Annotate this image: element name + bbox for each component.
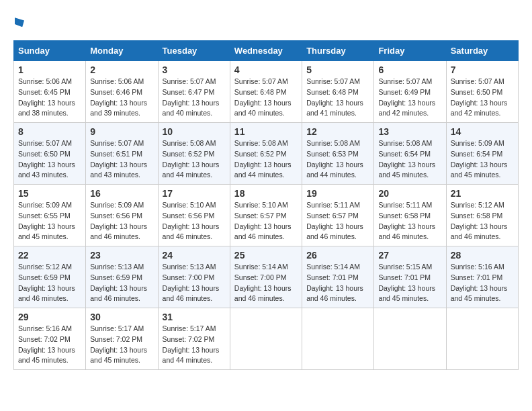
day-info: Sunrise: 5:17 AM Sunset: 7:02 PM Dayligh…	[163, 324, 226, 366]
calendar-cell: 21 Sunrise: 5:12 AM Sunset: 6:58 PM Dayl…	[446, 185, 518, 246]
day-info: Sunrise: 5:08 AM Sunset: 6:52 PM Dayligh…	[234, 138, 298, 181]
day-info: Sunrise: 5:10 AM Sunset: 6:56 PM Dayligh…	[163, 200, 226, 242]
day-info: Sunrise: 5:10 AM Sunset: 6:57 PM Dayligh…	[234, 200, 298, 242]
header	[13, 13, 519, 30]
calendar-header-friday: Friday	[374, 41, 446, 61]
day-info: Sunrise: 5:16 AM Sunset: 7:02 PM Dayligh…	[18, 324, 81, 366]
day-number: 21	[451, 188, 514, 199]
calendar-cell: 13 Sunrise: 5:08 AM Sunset: 6:54 PM Dayl…	[374, 123, 446, 185]
calendar-header-tuesday: Tuesday	[158, 41, 230, 61]
calendar-header-sunday: Sunday	[14, 41, 86, 61]
day-info: Sunrise: 5:12 AM Sunset: 6:59 PM Dayligh…	[18, 262, 81, 304]
calendar-cell: 9 Sunrise: 5:07 AM Sunset: 6:51 PM Dayli…	[86, 123, 158, 185]
day-info: Sunrise: 5:14 AM Sunset: 7:00 PM Dayligh…	[234, 262, 298, 304]
day-number: 2	[90, 64, 153, 75]
calendar-header-saturday: Saturday	[446, 41, 518, 61]
day-info: Sunrise: 5:07 AM Sunset: 6:48 PM Dayligh…	[234, 77, 298, 119]
day-number: 12	[306, 126, 369, 137]
day-number: 16	[90, 188, 153, 199]
calendar-week-row: 22 Sunrise: 5:12 AM Sunset: 6:59 PM Dayl…	[14, 246, 519, 308]
day-info: Sunrise: 5:07 AM Sunset: 6:48 PM Dayligh…	[306, 77, 369, 119]
day-info: Sunrise: 5:06 AM Sunset: 6:46 PM Dayligh…	[90, 77, 153, 119]
day-number: 28	[451, 250, 514, 261]
calendar-cell: 31 Sunrise: 5:17 AM Sunset: 7:02 PM Dayl…	[158, 308, 230, 370]
day-info: Sunrise: 5:08 AM Sunset: 6:52 PM Dayligh…	[163, 138, 226, 181]
calendar-cell	[230, 308, 302, 370]
day-number: 26	[306, 250, 369, 261]
day-number: 13	[378, 126, 441, 137]
calendar-cell: 14 Sunrise: 5:09 AM Sunset: 6:54 PM Dayl…	[446, 123, 518, 185]
day-number: 3	[163, 64, 226, 75]
day-info: Sunrise: 5:12 AM Sunset: 6:58 PM Dayligh…	[451, 200, 514, 242]
day-number: 4	[234, 64, 298, 75]
day-number: 15	[18, 188, 81, 199]
day-number: 9	[90, 126, 153, 137]
calendar-cell: 8 Sunrise: 5:07 AM Sunset: 6:50 PM Dayli…	[14, 123, 86, 185]
calendar-week-row: 1 Sunrise: 5:06 AM Sunset: 6:45 PM Dayli…	[14, 61, 519, 123]
day-number: 19	[306, 188, 369, 199]
calendar-cell: 10 Sunrise: 5:08 AM Sunset: 6:52 PM Dayl…	[158, 123, 230, 185]
day-number: 11	[234, 126, 298, 137]
calendar-cell: 1 Sunrise: 5:06 AM Sunset: 6:45 PM Dayli…	[14, 61, 86, 123]
day-number: 31	[163, 312, 226, 322]
calendar-cell: 30 Sunrise: 5:17 AM Sunset: 7:02 PM Dayl…	[86, 308, 158, 370]
day-info: Sunrise: 5:07 AM Sunset: 6:51 PM Dayligh…	[90, 138, 153, 181]
day-number: 18	[234, 188, 298, 199]
calendar-cell: 23 Sunrise: 5:13 AM Sunset: 6:59 PM Dayl…	[86, 246, 158, 308]
day-number: 24	[163, 250, 226, 261]
calendar-cell: 24 Sunrise: 5:13 AM Sunset: 7:00 PM Dayl…	[158, 246, 230, 308]
day-info: Sunrise: 5:07 AM Sunset: 6:50 PM Dayligh…	[18, 138, 81, 181]
day-number: 14	[451, 126, 514, 137]
calendar-cell: 3 Sunrise: 5:07 AM Sunset: 6:47 PM Dayli…	[158, 61, 230, 123]
day-number: 30	[90, 312, 153, 322]
calendar-cell: 18 Sunrise: 5:10 AM Sunset: 6:57 PM Dayl…	[230, 185, 302, 246]
day-number: 7	[451, 64, 514, 75]
day-number: 8	[18, 126, 81, 137]
calendar-week-row: 8 Sunrise: 5:07 AM Sunset: 6:50 PM Dayli…	[14, 123, 519, 185]
calendar-week-row: 29 Sunrise: 5:16 AM Sunset: 7:02 PM Dayl…	[14, 308, 519, 370]
calendar-cell: 22 Sunrise: 5:12 AM Sunset: 6:59 PM Dayl…	[14, 246, 86, 308]
calendar-header-monday: Monday	[86, 41, 158, 61]
day-info: Sunrise: 5:13 AM Sunset: 7:00 PM Dayligh…	[163, 262, 226, 304]
day-number: 17	[163, 188, 226, 199]
day-number: 6	[378, 64, 441, 75]
calendar-header-wednesday: Wednesday	[230, 41, 302, 61]
calendar-week-row: 15 Sunrise: 5:09 AM Sunset: 6:55 PM Dayl…	[14, 185, 519, 246]
day-number: 29	[18, 312, 81, 322]
day-info: Sunrise: 5:09 AM Sunset: 6:56 PM Dayligh…	[90, 200, 153, 242]
calendar-cell: 20 Sunrise: 5:11 AM Sunset: 6:58 PM Dayl…	[374, 185, 446, 246]
day-info: Sunrise: 5:07 AM Sunset: 6:50 PM Dayligh…	[451, 77, 514, 119]
calendar-body: 1 Sunrise: 5:06 AM Sunset: 6:45 PM Dayli…	[14, 61, 519, 370]
day-number: 27	[378, 250, 441, 261]
calendar-cell: 15 Sunrise: 5:09 AM Sunset: 6:55 PM Dayl…	[14, 185, 86, 246]
calendar-cell: 12 Sunrise: 5:08 AM Sunset: 6:53 PM Dayl…	[302, 123, 374, 185]
logo-icon	[15, 17, 24, 27]
calendar-cell: 16 Sunrise: 5:09 AM Sunset: 6:56 PM Dayl…	[86, 185, 158, 246]
calendar-cell: 26 Sunrise: 5:14 AM Sunset: 7:01 PM Dayl…	[302, 246, 374, 308]
calendar-cell	[374, 308, 446, 370]
day-info: Sunrise: 5:06 AM Sunset: 6:45 PM Dayligh…	[18, 77, 81, 119]
logo	[13, 13, 24, 30]
day-info: Sunrise: 5:08 AM Sunset: 6:54 PM Dayligh…	[378, 138, 441, 181]
day-number: 5	[306, 64, 369, 75]
calendar-cell: 29 Sunrise: 5:16 AM Sunset: 7:02 PM Dayl…	[14, 308, 86, 370]
day-number: 23	[90, 250, 153, 261]
calendar-cell: 25 Sunrise: 5:14 AM Sunset: 7:00 PM Dayl…	[230, 246, 302, 308]
day-number: 1	[18, 64, 81, 75]
calendar-cell: 11 Sunrise: 5:08 AM Sunset: 6:52 PM Dayl…	[230, 123, 302, 185]
day-number: 25	[234, 250, 298, 261]
calendar-header-thursday: Thursday	[302, 41, 374, 61]
day-info: Sunrise: 5:08 AM Sunset: 6:53 PM Dayligh…	[306, 138, 369, 181]
day-info: Sunrise: 5:09 AM Sunset: 6:55 PM Dayligh…	[18, 200, 81, 242]
day-info: Sunrise: 5:09 AM Sunset: 6:54 PM Dayligh…	[451, 138, 514, 181]
calendar-cell: 17 Sunrise: 5:10 AM Sunset: 6:56 PM Dayl…	[158, 185, 230, 246]
day-number: 20	[378, 188, 441, 199]
day-info: Sunrise: 5:15 AM Sunset: 7:01 PM Dayligh…	[378, 262, 441, 304]
calendar-cell: 4 Sunrise: 5:07 AM Sunset: 6:48 PM Dayli…	[230, 61, 302, 123]
day-info: Sunrise: 5:07 AM Sunset: 6:47 PM Dayligh…	[163, 77, 226, 119]
day-info: Sunrise: 5:14 AM Sunset: 7:01 PM Dayligh…	[306, 262, 369, 304]
day-info: Sunrise: 5:16 AM Sunset: 7:01 PM Dayligh…	[451, 262, 514, 304]
day-number: 22	[18, 250, 81, 261]
day-info: Sunrise: 5:11 AM Sunset: 6:57 PM Dayligh…	[306, 200, 369, 242]
calendar-cell: 27 Sunrise: 5:15 AM Sunset: 7:01 PM Dayl…	[374, 246, 446, 308]
